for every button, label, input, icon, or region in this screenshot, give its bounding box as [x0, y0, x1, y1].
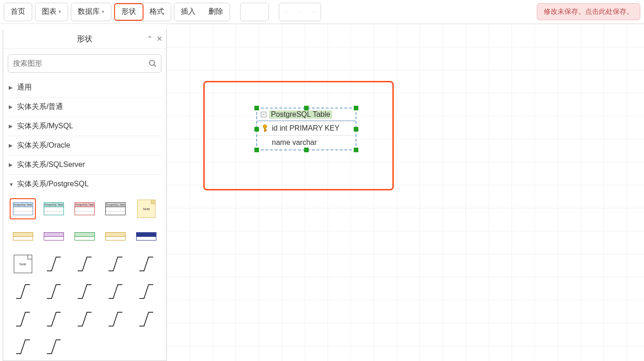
- panel-titlebar: 形状 ⌃ ✕: [3, 29, 166, 49]
- redo-button[interactable]: [254, 3, 268, 21]
- category-header[interactable]: ▶实体关系/Oracle: [8, 136, 161, 155]
- category-label: 实体关系/Oracle: [17, 141, 70, 150]
- format-button[interactable]: 格式: [143, 3, 171, 21]
- shape-thumb-note-plain[interactable]: Note: [10, 253, 36, 275]
- category-label: 通用: [17, 83, 32, 92]
- category-er-postgresql: ▼实体关系/PostgreSQL PostgreSQL Table Postgr…: [8, 175, 161, 361]
- resize-handle-n[interactable]: [304, 106, 309, 110]
- insert-button[interactable]: 插入: [174, 3, 202, 21]
- shape-thumb-connector[interactable]: [133, 253, 160, 275]
- shape-thumb-connector[interactable]: [40, 253, 67, 275]
- svg-rect-11: [264, 130, 267, 131]
- collapse-icon[interactable]: ⌃: [147, 34, 153, 43]
- resize-handle-e[interactable]: [354, 127, 358, 132]
- triangle-right-icon: ▶: [9, 162, 14, 168]
- resize-handle-s[interactable]: [304, 148, 309, 152]
- zoom-out-button[interactable]: [307, 3, 321, 21]
- table-node-header[interactable]: − PostgreSQL Table: [257, 109, 356, 121]
- category-header[interactable]: ▶实体关系/普通: [8, 97, 161, 116]
- table-row-text: id int PRIMARY KEY: [272, 124, 339, 132]
- table-row[interactable]: id int PRIMARY KEY: [257, 121, 356, 135]
- triangle-right-icon: ▶: [9, 104, 14, 110]
- resize-handle-ne[interactable]: [354, 106, 358, 110]
- table-node[interactable]: − PostgreSQL Table id int PRIMARY KEY na…: [256, 108, 356, 150]
- category-er-oracle: ▶实体关系/Oracle: [8, 136, 161, 155]
- category-label: 实体关系/MySQL: [17, 121, 73, 131]
- shape-thumb-connector[interactable]: [71, 281, 98, 302]
- view-group: [279, 3, 321, 21]
- home-label: 首页: [11, 7, 25, 17]
- save-status[interactable]: 修改未保存。点击此处保存。: [537, 3, 640, 20]
- redo-icon: [261, 8, 262, 16]
- shape-thumb-connector[interactable]: [133, 281, 160, 302]
- shape-thumb-connector[interactable]: [10, 336, 36, 357]
- chart-button[interactable]: 图表▾: [35, 3, 68, 21]
- shape-thumb-header-green[interactable]: [71, 226, 98, 247]
- category-header[interactable]: ▶实体关系/SQLServer: [8, 155, 161, 174]
- zoom-out-icon: [313, 6, 314, 17]
- undo-button[interactable]: [241, 3, 254, 21]
- shape-thumb-connector[interactable]: [40, 309, 67, 330]
- resize-handle-nw[interactable]: [254, 106, 259, 110]
- svg-line-5: [314, 12, 314, 12]
- shape-button[interactable]: 形状: [114, 3, 144, 21]
- insert-label: 插入: [181, 7, 196, 17]
- shape-thumb-table-teal[interactable]: PostgreSQL Table: [40, 198, 67, 219]
- shape-thumb-header-yellow[interactable]: [10, 226, 36, 247]
- category-header[interactable]: ▶实体关系/MySQL: [8, 117, 161, 136]
- resize-handle-se[interactable]: [354, 148, 358, 152]
- triangle-right-icon: ▶: [9, 143, 14, 149]
- resize-handle-sw[interactable]: [254, 148, 259, 152]
- chevron-down-icon: ▾: [102, 9, 104, 15]
- undo-redo-group: [240, 3, 269, 21]
- table-node-title: PostgreSQL Table: [269, 110, 332, 119]
- main-area: 形状 ⌃ ✕ ▶通用 ▶实体关系/普通 ▶实体关系/MySQL: [0, 24, 644, 361]
- shape-thumb-connector[interactable]: [71, 309, 98, 330]
- category-general: ▶通用: [8, 78, 161, 97]
- panel-body: ▶通用 ▶实体关系/普通 ▶实体关系/MySQL ▶实体关系/Oracle ▶实…: [3, 49, 166, 361]
- shape-thumb-connector[interactable]: [10, 281, 36, 302]
- svg-line-1: [300, 12, 300, 12]
- svg-point-7: [150, 60, 155, 65]
- undo-icon: [247, 8, 248, 16]
- category-header[interactable]: ▶通用: [8, 78, 161, 97]
- shape-thumb-connector[interactable]: [133, 309, 160, 330]
- fullscreen-button[interactable]: [279, 3, 293, 21]
- zoom-in-icon: [299, 6, 300, 17]
- insert-delete-group: 插入 删除: [174, 3, 230, 21]
- shape-thumb-header-purple[interactable]: [40, 226, 67, 247]
- close-icon[interactable]: ✕: [156, 34, 162, 43]
- shape-thumb-header-navy[interactable]: [133, 226, 160, 247]
- shape-thumb-table-red[interactable]: PostgreSQL Table: [71, 198, 98, 219]
- shape-thumb-connector[interactable]: [40, 281, 67, 302]
- delete-label: 删除: [208, 7, 223, 17]
- zoom-in-button[interactable]: [293, 3, 307, 21]
- delete-button[interactable]: 删除: [202, 3, 230, 21]
- category-label: 实体关系/SQLServer: [17, 160, 85, 170]
- shape-thumb-table-dark[interactable]: PostgreSQL Table: [103, 198, 129, 219]
- shape-thumb-connector[interactable]: [40, 336, 67, 357]
- search-input[interactable]: [8, 54, 161, 73]
- shape-thumb-connector[interactable]: [71, 253, 98, 275]
- shape-thumb-table-blue[interactable]: PostgreSQL Table: [10, 198, 36, 219]
- category-er-sqlserver: ▶实体关系/SQLServer: [8, 155, 161, 175]
- collapse-box-icon[interactable]: −: [261, 112, 266, 117]
- database-label: 数据库: [78, 7, 100, 17]
- category-label: 实体关系/普通: [17, 102, 63, 112]
- shape-thumb-connector[interactable]: [103, 253, 129, 275]
- shape-format-group: 形状 格式: [114, 3, 171, 21]
- save-status-text: 修改未保存。点击此处保存。: [544, 7, 633, 15]
- toolbar: 首页 图表▾ 数据库▾ 形状 格式 插入 删除 修改未保存。点击此处保存。: [0, 0, 644, 24]
- resize-handle-w[interactable]: [254, 127, 259, 132]
- shape-thumb-connector[interactable]: [103, 281, 129, 302]
- shape-grid: PostgreSQL Table PostgreSQL Table Postgr…: [8, 194, 161, 361]
- search-wrap: [8, 54, 161, 73]
- shape-thumb-connector[interactable]: [103, 309, 129, 330]
- home-button[interactable]: 首页: [4, 3, 32, 21]
- canvas[interactable]: − PostgreSQL Table id int PRIMARY KEY na…: [167, 24, 644, 361]
- shape-thumb-connector[interactable]: [10, 309, 36, 330]
- shape-thumb-header-yellow2[interactable]: [103, 226, 129, 247]
- shape-thumb-note-yellow[interactable]: Note: [133, 198, 160, 219]
- database-button[interactable]: 数据库▾: [71, 3, 111, 21]
- category-header[interactable]: ▼实体关系/PostgreSQL: [8, 175, 161, 194]
